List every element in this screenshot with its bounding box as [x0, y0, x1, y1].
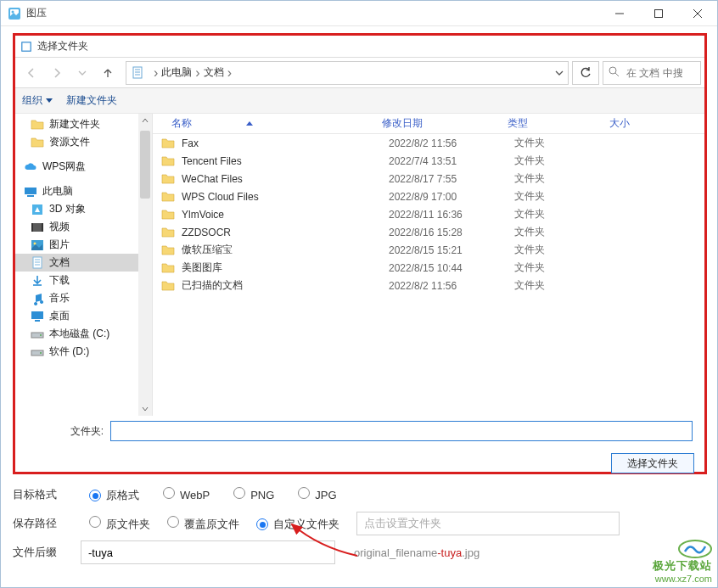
search-box[interactable] — [603, 61, 701, 85]
window-controls — [600, 1, 717, 26]
sort-ascending-icon — [246, 121, 253, 126]
tree-item[interactable]: 图片 — [15, 236, 152, 254]
tree-item[interactable]: 软件 (D:) — [15, 343, 152, 361]
tree-item[interactable]: 本地磁盘 (C:) — [15, 325, 152, 343]
dialog-title: 选择文件夹 — [37, 39, 88, 53]
minimize-button[interactable] — [600, 1, 639, 26]
drive-icon — [31, 345, 44, 359]
cloud-icon — [24, 160, 37, 174]
maximize-button[interactable] — [639, 1, 678, 26]
organize-menu[interactable]: 组织 — [22, 93, 53, 108]
select-folder-button[interactable]: 选择文件夹 — [611, 453, 694, 473]
refresh-button[interactable] — [572, 61, 599, 85]
tree-item[interactable]: 资源文件 — [15, 133, 152, 151]
folder-name-input[interactable] — [110, 421, 693, 441]
radio-原文件夹[interactable] — [89, 516, 101, 528]
suffix-input[interactable] — [81, 540, 335, 564]
tree-scrollbar[interactable] — [138, 114, 152, 416]
table-row[interactable]: WPS Cloud Files 2022/8/9 17:00 文件夹 — [153, 188, 704, 205]
3d-icon — [31, 203, 44, 216]
app-window: 图压 选择文件夹 › 此电脑 › 文档 — [0, 0, 718, 588]
dialog-toolbar: 组织 新建文件夹 — [15, 88, 704, 114]
svg-line-14 — [615, 73, 619, 76]
folder-icon — [161, 262, 175, 274]
breadcrumb-current[interactable]: 文档 — [204, 65, 224, 80]
column-date[interactable]: 修改日期 — [382, 116, 508, 131]
radio-自定义文件夹[interactable] — [256, 518, 268, 530]
svg-rect-8 — [23, 42, 31, 50]
table-row[interactable]: Fax 2022/8/2 11:56 文件夹 — [153, 134, 704, 152]
tree-item-this-pc[interactable]: 此电脑 — [15, 182, 152, 200]
table-row[interactable]: WeChat Files 2022/8/17 7:55 文件夹 — [153, 170, 704, 188]
breadcrumb-root[interactable]: 此电脑 — [161, 65, 192, 80]
nav-back-button[interactable] — [20, 62, 42, 84]
documents-icon — [132, 66, 145, 80]
radio-JPG[interactable] — [298, 487, 310, 499]
tree-panel[interactable]: 新建文件夹资源文件 WPS网盘 此电脑3D 对象视频图片文档下载音乐桌面本地磁盘… — [15, 114, 153, 416]
app-options-panel: 目标格式 原格式WebPPNGJPG 保存路径 原文件夹覆盖原文件自定义文件夹 … — [13, 480, 707, 567]
folder-icon — [31, 118, 44, 132]
chevron-down-icon — [46, 98, 53, 103]
tree-item[interactable]: 文档 — [15, 254, 152, 272]
dialog-icon — [20, 41, 32, 53]
tree-item[interactable]: 桌面 — [15, 307, 152, 325]
close-button[interactable] — [678, 1, 717, 26]
suffix-row: 文件后缀 original_filename-tuya.jpg — [13, 538, 707, 567]
folder-icon — [161, 244, 175, 256]
tree-item[interactable]: 3D 对象 — [15, 200, 152, 218]
table-row[interactable]: ZZDSOCR 2022/8/16 15:28 文件夹 — [153, 223, 704, 241]
watermark-logo-icon — [678, 540, 712, 558]
tree-item[interactable]: 新建文件夹 — [15, 115, 152, 133]
nav-forward-button[interactable] — [46, 62, 68, 84]
table-row[interactable]: 傲软压缩宝 2022/8/15 15:21 文件夹 — [153, 241, 704, 259]
column-type[interactable]: 类型 — [508, 116, 609, 131]
folder-icon — [161, 209, 175, 221]
tree-item[interactable]: 音乐 — [15, 289, 152, 307]
radio-WebP[interactable] — [163, 487, 175, 499]
table-row[interactable]: Tencent Files 2022/7/4 13:51 文件夹 — [153, 152, 704, 170]
folder-icon — [161, 280, 175, 292]
radio-PNG[interactable] — [233, 487, 245, 499]
save-path-row: 保存路径 原文件夹覆盖原文件自定义文件夹 点击设置文件夹 — [13, 509, 707, 538]
app-titlebar: 图压 — [1, 1, 717, 26]
file-list-panel: 名称 修改日期 类型 大小 Fax 2022/8/2 11:56 文件夹 Ten… — [153, 114, 704, 416]
svg-point-22 — [34, 242, 36, 244]
file-rows: Fax 2022/8/2 11:56 文件夹 Tencent Files 202… — [153, 134, 704, 416]
folder-icon — [161, 155, 175, 167]
video-icon — [31, 221, 44, 234]
table-row[interactable]: 已扫描的文档 2022/8/2 11:56 文件夹 — [153, 277, 704, 294]
scrollbar-thumb[interactable] — [140, 131, 150, 199]
table-row[interactable]: YlmVoice 2022/8/11 16:36 文件夹 — [153, 205, 704, 223]
column-name[interactable]: 名称 — [153, 116, 382, 131]
radio-覆盖原文件[interactable] — [167, 516, 179, 528]
nav-up-button[interactable] — [97, 62, 119, 84]
chevron-right-icon: › — [195, 65, 199, 81]
folder-name-row: 文件夹: — [15, 416, 704, 446]
tree-item[interactable]: 视频 — [15, 218, 152, 236]
search-input[interactable] — [625, 66, 684, 80]
nav-recent-button[interactable] — [71, 62, 93, 84]
scroll-down-icon[interactable] — [138, 402, 152, 416]
app-icon — [8, 7, 21, 20]
new-folder-button[interactable]: 新建文件夹 — [66, 93, 117, 108]
scroll-up-icon[interactable] — [138, 114, 152, 127]
column-size[interactable]: 大小 — [609, 116, 660, 131]
nav-bar: › 此电脑 › 文档 › — [15, 58, 704, 88]
svg-rect-16 — [27, 195, 34, 197]
custom-folder-input[interactable]: 点击设置文件夹 — [356, 512, 620, 535]
filename-preview: original_filename-tuya.jpg — [354, 546, 480, 559]
svg-point-13 — [609, 67, 616, 74]
format-label: 目标格式 — [13, 487, 81, 502]
radio-原格式[interactable] — [89, 490, 101, 501]
tree-item[interactable]: 下载 — [15, 272, 152, 289]
dialog-buttons: 选择文件夹 — [15, 446, 704, 479]
tree-item-wps[interactable]: WPS网盘 — [15, 158, 152, 176]
folder-name-label: 文件夹: — [27, 424, 104, 439]
desktop-icon — [31, 310, 44, 323]
folder-picker-dialog: 选择文件夹 › 此电脑 › 文档 › — [13, 33, 707, 474]
chevron-right-icon: › — [227, 65, 232, 81]
address-bar[interactable]: › 此电脑 › 文档 › — [126, 61, 569, 85]
search-icon — [609, 65, 620, 81]
address-dropdown-button[interactable] — [551, 69, 568, 77]
table-row[interactable]: 美图图库 2022/8/15 10:44 文件夹 — [153, 259, 704, 277]
